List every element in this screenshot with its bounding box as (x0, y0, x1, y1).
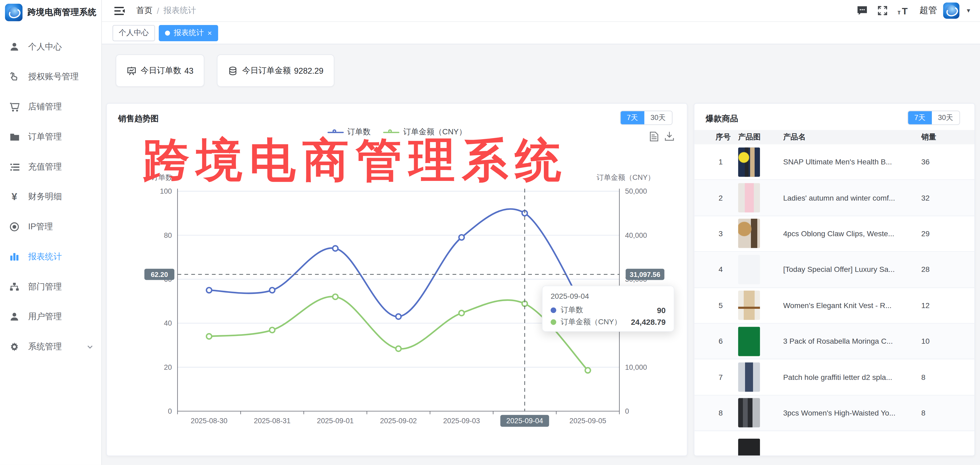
row-sales: 32 (917, 194, 966, 202)
svg-text:10,000: 10,000 (625, 363, 647, 371)
sidebar-item-report-statistics[interactable]: 报表统计 (0, 242, 101, 272)
product-image (738, 362, 760, 392)
row-sales: 36 (917, 157, 966, 166)
fullscreen-icon[interactable] (878, 6, 888, 16)
table-header-row: 序号 产品图 产品名 销量 (695, 130, 974, 144)
hot-products-title: 爆款商品 (706, 113, 738, 124)
tab-personal-center[interactable]: 个人中心 (113, 25, 155, 41)
sidebar: 跨境电商管理系统 个人中心 授权账号管理 店铺管理 订单管理 充值管理 (0, 0, 102, 465)
row-seq: 7 (703, 373, 738, 381)
table-row: 2 Ladies' autumn and winter comf... 32 (695, 180, 974, 216)
tab-report-statistics[interactable]: 报表统计 × (159, 25, 218, 41)
user-icon (9, 311, 20, 322)
row-name: Ladies' autumn and winter comf... (783, 194, 917, 202)
svg-text:40,000: 40,000 (625, 232, 647, 240)
products-period-7d[interactable]: 7天 (908, 111, 932, 124)
tooltip-label: 订单金额（CNY） (561, 317, 622, 327)
svg-text:2025-09-05: 2025-09-05 (570, 417, 606, 425)
row-seq: 8 (703, 409, 738, 417)
user-caret-down-icon[interactable]: ▼ (966, 8, 971, 14)
product-image (738, 219, 760, 248)
svg-text:2025-09-03: 2025-09-03 (443, 417, 480, 425)
trend-period-30d[interactable]: 30天 (644, 111, 672, 124)
menu-fold-icon[interactable] (115, 6, 125, 15)
col-header-name: 产品名 (783, 132, 917, 143)
trend-period-toggle: 7天 30天 (620, 111, 673, 125)
product-image (738, 183, 760, 212)
folder-icon (9, 131, 20, 142)
sidebar-item-department-management[interactable]: 部门管理 (0, 272, 101, 302)
list-icon (9, 161, 20, 172)
row-seq: 3 (703, 229, 738, 238)
sidebar-item-shop-management[interactable]: 店铺管理 (0, 92, 101, 122)
col-header-image: 产品图 (738, 132, 783, 143)
series-dot-icon (550, 319, 556, 325)
sidebar-item-label: 用户管理 (28, 311, 62, 322)
tooltip-row-orders: 订单数 90 (550, 304, 665, 316)
breadcrumb-home[interactable]: 首页 (136, 5, 153, 16)
sidebar-item-system-management[interactable]: 系统管理 (0, 332, 101, 362)
legend-item-orders[interactable]: 订单数 (327, 127, 371, 138)
sales-trend-chart[interactable]: 10080604020050,00040,00030,00020,00010,0… (107, 104, 687, 456)
tooltip-value: 24,428.79 (631, 317, 666, 326)
data-view-icon[interactable] (649, 131, 659, 142)
sidebar-item-label: 充值管理 (28, 161, 62, 172)
sidebar-item-label: 店铺管理 (28, 102, 62, 113)
sidebar-item-auth-accounts[interactable]: 授权账号管理 (0, 62, 101, 92)
svg-text:50,000: 50,000 (625, 187, 647, 195)
tab-label: 报表统计 (174, 27, 204, 38)
row-name: Women's Elegant Knit Vest - R... (783, 301, 917, 310)
tooltip-row-amount: 订单金额（CNY） 24,428.79 (550, 316, 665, 328)
col-header-sales: 销量 (917, 132, 966, 143)
tab-label: 个人中心 (119, 27, 149, 38)
chart-tooltip: 2025-09-04 订单数 90 订单金额（CNY） 24,428.79 (542, 286, 674, 332)
sidebar-item-ip-management[interactable]: IP管理 (0, 212, 101, 242)
trend-period-7d[interactable]: 7天 (620, 111, 644, 124)
username[interactable]: 超管 (920, 5, 937, 16)
cart-icon (9, 102, 20, 113)
yen-icon: ¥ (9, 191, 20, 202)
svg-text:订单金额（CNY）: 订单金额（CNY） (597, 173, 655, 181)
table-row: 7 Patch hole graffiti letter d2 spla... … (695, 359, 974, 395)
table-row: 3 4pcs Oblong Claw Clips, Weste... 29 (695, 216, 974, 252)
message-icon[interactable] (857, 6, 868, 16)
row-image-cell (738, 291, 783, 320)
app-root: 跨境电商管理系统 个人中心 授权账号管理 店铺管理 订单管理 充值管理 (0, 0, 980, 465)
products-period-30d[interactable]: 30天 (932, 111, 959, 124)
row-image-cell (738, 183, 783, 212)
font-size-icon[interactable]: тT (897, 6, 910, 15)
gear-icon (9, 341, 20, 352)
sidebar-item-recharge-management[interactable]: 充值管理 (0, 152, 101, 182)
board-icon (127, 66, 136, 75)
table-row: 8 3pcs Women's High-Waisted Yo... 8 (695, 395, 974, 431)
svg-text:100: 100 (160, 187, 172, 195)
app-title: 跨境电商管理系统 (27, 7, 96, 18)
sidebar-item-order-management[interactable]: 订单管理 (0, 122, 101, 152)
row-image-cell (738, 398, 783, 427)
row-name: 3pcs Women's High-Waisted Yo... (783, 409, 917, 417)
hot-products-card: 爆款商品 7天 30天 序号 产品图 产品名 销量 1 SNAP Ultimat… (694, 103, 975, 456)
row-seq: 4 (703, 265, 738, 274)
tab-close-icon[interactable]: × (208, 29, 212, 37)
avatar[interactable] (943, 2, 959, 19)
tooltip-date: 2025-09-04 (550, 292, 665, 301)
product-image (738, 255, 760, 284)
legend-line-circle-icon (383, 129, 399, 135)
row-name: [Today Special Offer] Luxury Sa... (783, 265, 917, 274)
chevron-down-icon (86, 343, 94, 351)
col-header-seq: 序号 (703, 132, 738, 143)
table-row: 6 3 Pack of Rosabella Moringa C... 10 (695, 324, 974, 360)
download-icon[interactable] (664, 131, 675, 142)
row-seq: 1 (703, 157, 738, 166)
svg-text:80: 80 (164, 232, 172, 240)
sidebar-item-personal-center[interactable]: 个人中心 (0, 32, 101, 62)
legend-item-amount[interactable]: 订单金额（CNY） (383, 127, 466, 138)
svg-text:T: T (902, 6, 908, 15)
hot-products-table: 序号 产品图 产品名 销量 1 SNAP Ultimate Men's Heal… (695, 130, 974, 456)
sidebar-item-label: IP管理 (28, 221, 53, 233)
product-image (738, 291, 760, 320)
bar-chart-icon (9, 251, 20, 262)
sidebar-item-user-management[interactable]: 用户管理 (0, 302, 101, 332)
sidebar-item-finance-detail[interactable]: ¥ 财务明细 (0, 182, 101, 212)
logo-row: 跨境电商管理系统 (0, 0, 101, 25)
